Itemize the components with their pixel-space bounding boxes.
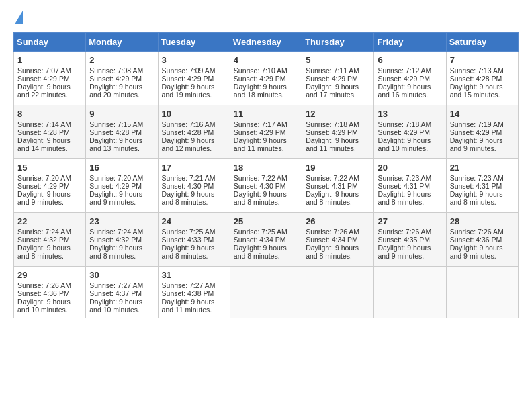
- col-header-friday: Friday: [374, 33, 446, 52]
- daylight-label: Daylight: 9 hours and 13 minutes.: [89, 136, 142, 152]
- calendar-cell: 20Sunrise: 7:23 AMSunset: 4:31 PMDayligh…: [374, 159, 446, 213]
- calendar-cell: 11Sunrise: 7:17 AMSunset: 4:29 PMDayligh…: [230, 105, 302, 159]
- daylight-label: Daylight: 9 hours and 9 minutes.: [89, 190, 142, 206]
- sunrise-label: Sunrise: 7:26 AM: [306, 228, 359, 236]
- logo: [13, 11, 23, 24]
- sunset-label: Sunset: 4:31 PM: [450, 182, 502, 190]
- sunrise-label: Sunrise: 7:20 AM: [89, 174, 143, 182]
- sunrise-label: Sunrise: 7:17 AM: [234, 120, 287, 128]
- sunrise-label: Sunrise: 7:25 AM: [234, 228, 287, 236]
- day-number: 12: [306, 109, 370, 119]
- calendar-table: SundayMondayTuesdayWednesdayThursdayFrid…: [13, 32, 519, 318]
- sunrise-label: Sunrise: 7:13 AM: [450, 66, 504, 75]
- day-number: 28: [450, 216, 515, 226]
- sunset-label: Sunset: 4:28 PM: [162, 128, 214, 136]
- calendar-cell: 8Sunrise: 7:14 AMSunset: 4:28 PMDaylight…: [14, 105, 86, 159]
- week-row: 8Sunrise: 7:14 AMSunset: 4:28 PMDaylight…: [14, 105, 519, 159]
- day-number: 5: [306, 55, 370, 65]
- sunrise-label: Sunrise: 7:23 AM: [450, 174, 504, 182]
- daylight-label: Daylight: 9 hours and 14 minutes.: [17, 136, 71, 152]
- sunset-label: Sunset: 4:29 PM: [378, 128, 430, 136]
- sunrise-label: Sunrise: 7:27 AM: [89, 281, 143, 289]
- day-number: 23: [89, 216, 154, 226]
- daylight-label: Daylight: 9 hours and 9 minutes.: [450, 136, 503, 152]
- calendar-cell: 6Sunrise: 7:12 AMSunset: 4:29 PMDaylight…: [374, 52, 446, 105]
- calendar-cell: 24Sunrise: 7:25 AMSunset: 4:33 PMDayligh…: [158, 213, 230, 267]
- daylight-label: Daylight: 9 hours and 10 minutes.: [89, 298, 142, 314]
- day-number: 1: [17, 55, 82, 65]
- daylight-label: Daylight: 9 hours and 9 minutes.: [378, 244, 431, 260]
- calendar-cell: 17Sunrise: 7:21 AMSunset: 4:30 PMDayligh…: [158, 159, 230, 213]
- calendar-cell: 26Sunrise: 7:26 AMSunset: 4:34 PMDayligh…: [302, 213, 374, 267]
- day-number: 27: [378, 216, 442, 226]
- sunset-label: Sunset: 4:31 PM: [306, 182, 358, 190]
- calendar-cell: 13Sunrise: 7:18 AMSunset: 4:29 PMDayligh…: [374, 105, 446, 159]
- sunrise-label: Sunrise: 7:09 AM: [162, 66, 216, 75]
- sunset-label: Sunset: 4:32 PM: [17, 236, 70, 244]
- sunset-label: Sunset: 4:38 PM: [162, 289, 214, 298]
- daylight-label: Daylight: 9 hours and 8 minutes.: [17, 244, 71, 260]
- sunset-label: Sunset: 4:29 PM: [89, 182, 142, 190]
- logo-triangle-icon: [15, 11, 23, 24]
- calendar-cell: 28Sunrise: 7:26 AMSunset: 4:36 PMDayligh…: [446, 213, 518, 267]
- sunset-label: Sunset: 4:35 PM: [378, 236, 430, 244]
- sunset-label: Sunset: 4:36 PM: [17, 289, 70, 298]
- sunrise-label: Sunrise: 7:26 AM: [378, 228, 431, 236]
- sunrise-label: Sunrise: 7:24 AM: [89, 228, 143, 236]
- sunset-label: Sunset: 4:30 PM: [162, 182, 214, 190]
- col-header-saturday: Saturday: [446, 33, 518, 52]
- calendar-cell: 23Sunrise: 7:24 AMSunset: 4:32 PMDayligh…: [86, 213, 158, 267]
- sunrise-label: Sunrise: 7:19 AM: [450, 120, 504, 128]
- calendar-cell: 1Sunrise: 7:07 AMSunset: 4:29 PMDaylight…: [14, 52, 86, 105]
- calendar-cell: 21Sunrise: 7:23 AMSunset: 4:31 PMDayligh…: [446, 159, 518, 213]
- calendar-cell: 12Sunrise: 7:18 AMSunset: 4:29 PMDayligh…: [302, 105, 374, 159]
- sunrise-label: Sunrise: 7:22 AM: [306, 174, 359, 182]
- sunset-label: Sunset: 4:30 PM: [234, 182, 286, 190]
- day-number: 31: [162, 270, 226, 280]
- sunrise-label: Sunrise: 7:18 AM: [306, 120, 359, 128]
- calendar-cell: 9Sunrise: 7:15 AMSunset: 4:28 PMDaylight…: [86, 105, 158, 159]
- sunrise-label: Sunrise: 7:22 AM: [234, 174, 287, 182]
- sunset-label: Sunset: 4:28 PM: [89, 128, 142, 136]
- daylight-label: Daylight: 9 hours and 8 minutes.: [306, 244, 359, 260]
- sunset-label: Sunset: 4:29 PM: [17, 182, 70, 190]
- sunset-label: Sunset: 4:29 PM: [450, 128, 502, 136]
- col-header-tuesday: Tuesday: [158, 33, 230, 52]
- sunrise-label: Sunrise: 7:25 AM: [162, 228, 216, 236]
- calendar-cell: 7Sunrise: 7:13 AMSunset: 4:28 PMDaylight…: [446, 52, 518, 105]
- sunset-label: Sunset: 4:36 PM: [450, 236, 502, 244]
- day-number: 17: [162, 163, 226, 173]
- sunrise-label: Sunrise: 7:20 AM: [17, 174, 71, 182]
- week-row: 1Sunrise: 7:07 AMSunset: 4:29 PMDaylight…: [14, 52, 519, 105]
- day-number: 8: [17, 109, 82, 119]
- daylight-label: Daylight: 9 hours and 8 minutes.: [162, 190, 215, 206]
- daylight-label: Daylight: 9 hours and 9 minutes.: [450, 244, 503, 260]
- daylight-label: Daylight: 9 hours and 19 minutes.: [162, 83, 215, 99]
- header: [13, 11, 519, 24]
- calendar-cell: 29Sunrise: 7:26 AMSunset: 4:36 PMDayligh…: [14, 267, 86, 318]
- col-header-monday: Monday: [86, 33, 158, 52]
- calendar-cell: [374, 267, 446, 318]
- sunset-label: Sunset: 4:29 PM: [89, 75, 142, 83]
- sunrise-label: Sunrise: 7:14 AM: [17, 120, 71, 128]
- sunrise-label: Sunrise: 7:24 AM: [17, 228, 71, 236]
- day-number: 11: [234, 109, 298, 119]
- sunrise-label: Sunrise: 7:11 AM: [306, 66, 359, 75]
- daylight-label: Daylight: 9 hours and 17 minutes.: [306, 83, 359, 99]
- sunrise-label: Sunrise: 7:08 AM: [89, 66, 143, 75]
- sunrise-label: Sunrise: 7:12 AM: [378, 66, 431, 75]
- calendar-cell: 3Sunrise: 7:09 AMSunset: 4:29 PMDaylight…: [158, 52, 230, 105]
- calendar-cell: [230, 267, 302, 318]
- daylight-label: Daylight: 9 hours and 20 minutes.: [89, 83, 142, 99]
- sunset-label: Sunset: 4:32 PM: [89, 236, 142, 244]
- sunrise-label: Sunrise: 7:27 AM: [162, 281, 216, 289]
- daylight-label: Daylight: 9 hours and 11 minutes.: [162, 298, 215, 314]
- sunset-label: Sunset: 4:29 PM: [162, 75, 214, 83]
- sunrise-label: Sunrise: 7:26 AM: [17, 281, 71, 289]
- day-number: 22: [17, 216, 82, 226]
- daylight-label: Daylight: 9 hours and 16 minutes.: [378, 83, 431, 99]
- sunrise-label: Sunrise: 7:18 AM: [378, 120, 431, 128]
- sunset-label: Sunset: 4:29 PM: [378, 75, 430, 83]
- sunrise-label: Sunrise: 7:07 AM: [17, 66, 71, 75]
- day-number: 9: [89, 109, 154, 119]
